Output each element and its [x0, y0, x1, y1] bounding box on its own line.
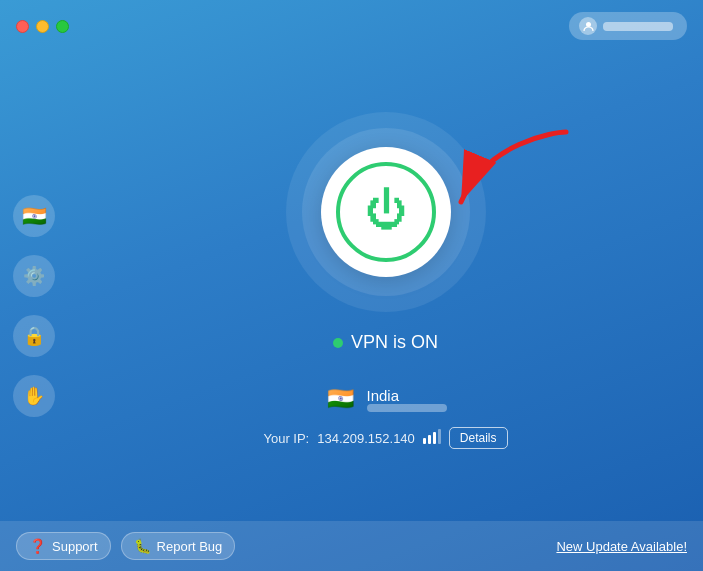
svg-rect-4: [433, 432, 436, 444]
glow-outer: ⏻: [286, 112, 486, 312]
hand-icon: ✋: [23, 385, 45, 407]
close-button[interactable]: [16, 20, 29, 33]
country-subtitle: [367, 404, 447, 412]
settings-icon: ⚙️: [23, 265, 45, 287]
country-row: 🇮🇳 India: [325, 383, 447, 415]
ip-row: Your IP: 134.209.152.140 Details: [263, 427, 507, 449]
sidebar-item-settings[interactable]: ⚙️: [13, 255, 55, 297]
bug-icon: 🐛: [134, 538, 151, 554]
svg-rect-5: [438, 429, 441, 444]
report-bug-button[interactable]: 🐛 Report Bug: [121, 532, 236, 560]
ip-address: 134.209.152.140: [317, 431, 415, 446]
svg-point-0: [586, 22, 591, 27]
main-content: ⏻ VPN is ON 🇮🇳 India: [68, 40, 703, 521]
ip-label: Your IP:: [263, 431, 309, 446]
glow-mid: ⏻: [302, 128, 470, 296]
country-info: 🇮🇳 India: [325, 383, 447, 415]
signal-icon: [423, 428, 441, 448]
vpn-status: VPN is ON: [333, 332, 438, 353]
question-icon: ❓: [29, 538, 46, 554]
power-ring: ⏻: [336, 162, 436, 262]
support-button[interactable]: ❓ Support: [16, 532, 111, 560]
fullscreen-button[interactable]: [56, 20, 69, 33]
power-button[interactable]: ⏻: [321, 147, 451, 277]
sidebar: 🇮🇳 ⚙️ 🔒 ✋: [0, 0, 68, 571]
support-label: Support: [52, 539, 98, 554]
sidebar-item-block[interactable]: ✋: [13, 375, 55, 417]
details-button[interactable]: Details: [449, 427, 508, 449]
country-name: India: [367, 387, 447, 404]
minimize-button[interactable]: [36, 20, 49, 33]
vpn-status-text: VPN is ON: [351, 332, 438, 353]
power-icon: ⏻: [365, 189, 407, 231]
account-button[interactable]: [569, 12, 687, 40]
status-dot: [333, 338, 343, 348]
sidebar-item-location[interactable]: 🇮🇳: [13, 195, 55, 237]
update-link[interactable]: New Update Available!: [556, 539, 687, 554]
user-icon: [579, 17, 597, 35]
india-flag-icon: 🇮🇳: [327, 386, 354, 412]
lock-icon: 🔒: [23, 325, 45, 347]
sidebar-item-privacy[interactable]: 🔒: [13, 315, 55, 357]
bottom-left-buttons: ❓ Support 🐛 Report Bug: [16, 532, 235, 560]
svg-rect-2: [423, 438, 426, 444]
report-bug-label: Report Bug: [157, 539, 223, 554]
traffic-lights: [16, 20, 69, 33]
country-flag: 🇮🇳: [325, 383, 357, 415]
titlebar: [0, 0, 703, 48]
account-text-placeholder: [603, 22, 673, 31]
power-area: ⏻: [286, 112, 486, 312]
svg-rect-3: [428, 435, 431, 444]
bottom-bar: ❓ Support 🐛 Report Bug New Update Availa…: [0, 521, 703, 571]
flag-icon: 🇮🇳: [22, 204, 47, 228]
